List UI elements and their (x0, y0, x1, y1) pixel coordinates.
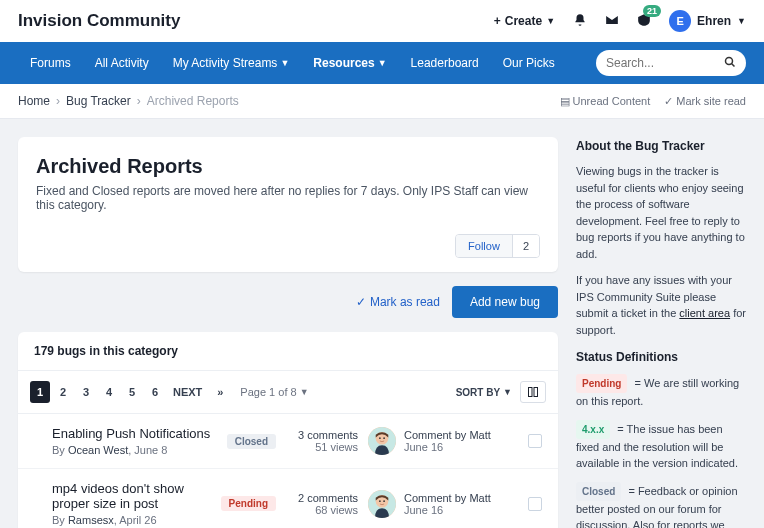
page-title: Archived Reports (36, 155, 540, 178)
status-pill: Pending (221, 496, 276, 511)
row-checkbox[interactable] (528, 434, 542, 448)
svg-point-10 (383, 500, 385, 502)
bug-meta: By Ramsesx, April 26 (52, 514, 211, 526)
svg-point-6 (383, 437, 385, 439)
page-1[interactable]: 1 (30, 381, 50, 403)
unread-dot (34, 500, 42, 508)
bug-row[interactable]: mp4 videos don't show proper size in pos… (18, 469, 558, 528)
reports-icon[interactable]: 21 (637, 13, 651, 30)
sidebar-text: If you have any issues with your IPS Com… (576, 272, 746, 338)
nav-all-activity[interactable]: All Activity (83, 42, 161, 84)
page-desc: Fixed and Closed reports are moved here … (36, 184, 540, 212)
bug-title[interactable]: mp4 videos don't show proper size in pos… (52, 481, 211, 511)
sidebar-status-title: Status Definitions (576, 348, 746, 366)
svg-rect-1 (529, 388, 533, 397)
sort-by-button[interactable]: SORT BY ▼ (456, 387, 512, 398)
unread-dot (34, 437, 42, 445)
nav-forums[interactable]: Forums (18, 42, 83, 84)
follow-count: 2 (512, 235, 539, 257)
bug-stats: 3 comments51 views (286, 429, 358, 453)
unread-content-link[interactable]: ▤ Unread Content (560, 95, 651, 108)
caret-down-icon: ▼ (737, 16, 746, 26)
user-menu[interactable]: E Ehren ▼ (669, 10, 746, 32)
client-area-link[interactable]: client area (679, 307, 730, 319)
sidebar-about-title: About the Bug Tracker (576, 137, 746, 155)
sidebar-text: Viewing bugs in the tracker is useful fo… (576, 163, 746, 262)
status-pill: Closed (227, 434, 276, 449)
last-comment: Comment by MattJune 16 (404, 429, 491, 453)
svg-point-5 (379, 437, 381, 439)
create-label: Create (505, 14, 542, 28)
caret-down-icon: ▼ (546, 16, 555, 26)
crumb-current: Archived Reports (147, 94, 239, 108)
list-header: 179 bugs in this category (18, 332, 558, 371)
nav-our-picks[interactable]: Our Picks (491, 42, 567, 84)
svg-rect-2 (534, 388, 538, 397)
bug-stats: 2 comments68 views (286, 492, 358, 516)
row-checkbox[interactable] (528, 497, 542, 511)
breadcrumb: Home›Bug Tracker›Archived Reports (18, 94, 239, 108)
page-next[interactable]: NEXT (168, 381, 207, 403)
mark-site-read-link[interactable]: ✓ Mark site read (664, 95, 746, 108)
status-def: Pending = We are still working on this r… (576, 374, 746, 410)
create-button[interactable]: + Create ▼ (494, 14, 555, 28)
view-toggle-button[interactable] (520, 381, 546, 403)
pagination: 123456NEXT» (30, 381, 230, 403)
bug-meta: By Ocean West, June 8 (52, 444, 217, 456)
page-6[interactable]: 6 (145, 381, 165, 403)
add-new-bug-button[interactable]: Add new bug (452, 286, 558, 318)
crumb-link[interactable]: Home (18, 94, 50, 108)
last-comment: Comment by MattJune 16 (404, 492, 491, 516)
page-2[interactable]: 2 (53, 381, 73, 403)
brand[interactable]: Invision Community (18, 11, 180, 31)
page-last[interactable]: » (210, 381, 230, 403)
mail-icon[interactable] (605, 13, 619, 30)
nav-leaderboard[interactable]: Leaderboard (399, 42, 491, 84)
page-5[interactable]: 5 (122, 381, 142, 403)
commenter-avatar[interactable] (368, 490, 396, 518)
bug-title[interactable]: Enabling Push Notifications (52, 426, 217, 441)
svg-point-0 (726, 58, 733, 65)
crumb-link[interactable]: Bug Tracker (66, 94, 131, 108)
commenter-avatar[interactable] (368, 427, 396, 455)
svg-point-9 (379, 500, 381, 502)
search-wrap (596, 50, 746, 76)
follow-button[interactable]: Follow 2 (455, 234, 540, 258)
status-def: 4.x.x = The issue has been fixed and the… (576, 420, 746, 472)
bell-icon[interactable] (573, 13, 587, 30)
user-avatar: E (669, 10, 691, 32)
page-4[interactable]: 4 (99, 381, 119, 403)
search-icon[interactable] (724, 56, 736, 71)
user-name: Ehren (697, 14, 731, 28)
page-of-selector[interactable]: Page 1 of 8 ▼ (240, 386, 308, 398)
follow-label: Follow (456, 235, 512, 257)
notif-badge: 21 (643, 5, 661, 17)
page-3[interactable]: 3 (76, 381, 96, 403)
mark-as-read-button[interactable]: ✓ Mark as read (356, 295, 440, 309)
bug-row[interactable]: Enabling Push NotificationsBy Ocean West… (18, 414, 558, 469)
status-def: Closed = Feedback or opinion better post… (576, 482, 746, 529)
nav-resources[interactable]: Resources▼ (301, 42, 398, 84)
nav-my-activity-streams[interactable]: My Activity Streams▼ (161, 42, 302, 84)
